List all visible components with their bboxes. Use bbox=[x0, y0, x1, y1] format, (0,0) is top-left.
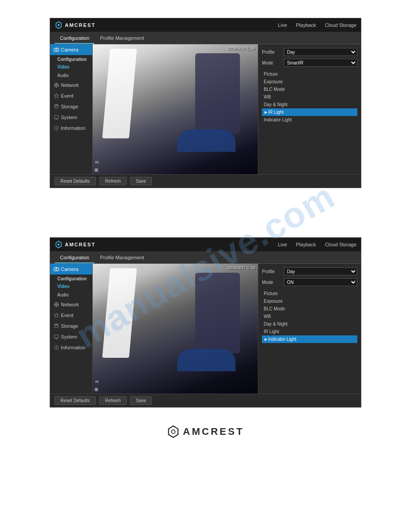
bottom-bar-2: Reset Defaults Refresh Save bbox=[50, 394, 361, 407]
reset-defaults-button-2[interactable]: Reset Defaults bbox=[55, 396, 96, 405]
menu-wb-1[interactable]: WB bbox=[262, 93, 357, 101]
menu-wb-2[interactable]: WB bbox=[262, 313, 357, 320]
save-button-1[interactable]: Save bbox=[130, 177, 152, 185]
camera-expand-icon-2[interactable]: ⊞ bbox=[94, 387, 98, 392]
svg-point-12 bbox=[56, 127, 57, 127]
sidebar-item-storage-2[interactable]: Storage bbox=[50, 321, 92, 331]
sidebar-item-network-1[interactable]: Network bbox=[50, 80, 92, 90]
svg-rect-20 bbox=[55, 335, 59, 338]
reset-defaults-button-1[interactable]: Reset Defaults bbox=[55, 177, 96, 185]
footer-amcrest-icon bbox=[167, 425, 180, 438]
mode-label-2: Mode bbox=[262, 280, 282, 285]
menu-picture-1[interactable]: Picture bbox=[262, 70, 357, 78]
sidebar-item-network-2[interactable]: Network bbox=[50, 299, 92, 310]
menu-indicator-light-1[interactable]: Indicator Light bbox=[262, 116, 357, 124]
sidebar-network-label-2: Network bbox=[61, 302, 79, 307]
sidebar-video-1[interactable]: Video bbox=[50, 63, 92, 71]
cam-shape-white-1 bbox=[102, 49, 137, 138]
mode-label-1: Mode bbox=[262, 60, 282, 65]
menu-day-night-2[interactable]: Day & Night bbox=[262, 320, 357, 328]
storage-icon-2 bbox=[54, 323, 59, 329]
camera-icon-1 bbox=[54, 47, 59, 52]
sidebar-item-event-2[interactable]: Event bbox=[50, 310, 92, 321]
nav-live-1[interactable]: Live bbox=[278, 22, 287, 28]
sidebar-event-label-1: Event bbox=[61, 93, 73, 99]
camera-timestamp-2: 2016/9/17 C:33 bbox=[227, 266, 255, 270]
refresh-button-1[interactable]: Refresh bbox=[99, 177, 127, 185]
sidebar-audio-2[interactable]: Audio bbox=[50, 291, 92, 299]
sidebar-item-information-2[interactable]: Information bbox=[50, 342, 92, 353]
main-content-1: Camera Configuration Video Audio Network bbox=[50, 44, 361, 174]
footer-logo: AMCREST bbox=[0, 425, 411, 438]
sidebar-item-camera-1[interactable]: Camera bbox=[50, 44, 92, 55]
settings-menu-1: Picture Exposure BLC Mode WB Day & Night… bbox=[262, 70, 357, 124]
svg-point-27 bbox=[171, 430, 175, 433]
menu-exposure-1[interactable]: Exposure bbox=[262, 78, 357, 86]
settings-mode-row-2: Mode ON bbox=[262, 278, 357, 286]
cam-shape-dark-1 bbox=[195, 53, 240, 134]
menu-ir-light-2[interactable]: IR Light bbox=[262, 328, 357, 335]
profile-label-2: Profile bbox=[262, 269, 282, 274]
menu-day-night-1[interactable]: Day & Night bbox=[262, 101, 357, 108]
camera-icon-2 bbox=[54, 266, 59, 272]
settings-mode-row-1: Mode SmartIR bbox=[262, 59, 357, 67]
profile-select-1[interactable]: Day bbox=[284, 48, 357, 56]
menu-blc-mode-2[interactable]: BLC Mode bbox=[262, 305, 357, 313]
sidebar-storage-label-1: Storage bbox=[61, 104, 78, 109]
event-icon-1 bbox=[54, 93, 59, 99]
nav-playback-1[interactable]: Playback bbox=[296, 22, 316, 28]
svg-marker-26 bbox=[168, 426, 178, 438]
camera-area-2: 2016/9/17 C:33 rc ⊞ bbox=[93, 264, 258, 394]
mode-select-2[interactable]: ON bbox=[284, 278, 357, 286]
top-nav-links-2: Live Playback Cloud Storage bbox=[278, 242, 356, 247]
menu-indicator-light-2[interactable]: ►Indicator Light bbox=[262, 335, 357, 343]
sidebar-system-label-2: System bbox=[61, 334, 77, 339]
top-nav-links-1: Live Playback Cloud Storage bbox=[278, 22, 356, 28]
information-icon-1 bbox=[54, 125, 59, 131]
sidebar-item-information-1[interactable]: Information bbox=[50, 123, 92, 133]
sidebar-video-2[interactable]: Video bbox=[50, 282, 92, 291]
system-icon-1 bbox=[54, 115, 59, 120]
menu-ir-light-1[interactable]: ►IR Light bbox=[262, 108, 357, 116]
sidebar-system-label-1: System bbox=[61, 115, 77, 120]
tab-profile-management-1[interactable]: Profile Management bbox=[94, 33, 149, 44]
system-icon-2 bbox=[54, 334, 59, 339]
tab-bar-1: Configuration Profile Management bbox=[50, 32, 361, 44]
sidebar-item-event-1[interactable]: Event bbox=[50, 90, 92, 101]
camera-feed-2: 2016/9/17 C:33 rc ⊞ bbox=[93, 264, 258, 394]
sidebar-1: Camera Configuration Video Audio Network bbox=[50, 44, 93, 174]
sidebar-item-camera-2[interactable]: Camera bbox=[50, 264, 92, 275]
sidebar-item-system-1[interactable]: System bbox=[50, 112, 92, 123]
sidebar-item-storage-1[interactable]: Storage bbox=[50, 101, 92, 112]
sidebar-item-system-2[interactable]: System bbox=[50, 331, 92, 342]
panel-2: AMCREST Live Playback Cloud Storage Conf… bbox=[50, 237, 361, 408]
sidebar-2: Camera Configuration Video Audio Network bbox=[50, 264, 93, 394]
nav-cloud-storage-2[interactable]: Cloud Storage bbox=[325, 242, 356, 247]
settings-panel-1: Profile Day Mode SmartIR Picture Exposur… bbox=[258, 44, 361, 174]
camera-expand-icon-1[interactable]: ⊞ bbox=[94, 167, 98, 172]
nav-live-2[interactable]: Live bbox=[278, 242, 287, 247]
refresh-button-2[interactable]: Refresh bbox=[99, 396, 127, 405]
menu-exposure-2[interactable]: Exposure bbox=[262, 297, 357, 305]
sidebar-audio-1[interactable]: Audio bbox=[50, 71, 92, 80]
tab-configuration-2[interactable]: Configuration bbox=[55, 253, 94, 263]
top-nav-1: AMCREST Live Playback Cloud Storage bbox=[50, 18, 361, 32]
nav-cloud-storage-1[interactable]: Cloud Storage bbox=[325, 22, 356, 28]
sidebar-information-label-2: Information bbox=[61, 345, 86, 350]
top-nav-2: AMCREST Live Playback Cloud Storage bbox=[50, 238, 361, 251]
mode-select-1[interactable]: SmartIR bbox=[284, 59, 357, 67]
profile-select-2[interactable]: Day bbox=[284, 267, 357, 275]
camera-label-bottom-2: rc bbox=[95, 379, 99, 384]
save-button-2[interactable]: Save bbox=[130, 396, 152, 405]
tab-profile-management-2[interactable]: Profile Management bbox=[94, 253, 149, 263]
settings-panel-2: Profile Day Mode ON Picture Exposure BLC… bbox=[258, 264, 361, 394]
tab-configuration-1[interactable]: Configuration bbox=[55, 33, 94, 44]
menu-blc-mode-1[interactable]: BLC Mode bbox=[262, 86, 357, 93]
ui-panel-1: AMCREST Live Playback Cloud Storage Conf… bbox=[50, 18, 361, 188]
cam-shape-white-2 bbox=[102, 268, 137, 358]
bottom-bar-1: Reset Defaults Refresh Save bbox=[50, 174, 361, 188]
nav-playback-2[interactable]: Playback bbox=[296, 242, 316, 247]
ui-panel-2: AMCREST Live Playback Cloud Storage Conf… bbox=[50, 237, 361, 408]
menu-picture-2[interactable]: Picture bbox=[262, 290, 357, 297]
brand-name-2: AMCREST bbox=[65, 242, 95, 247]
